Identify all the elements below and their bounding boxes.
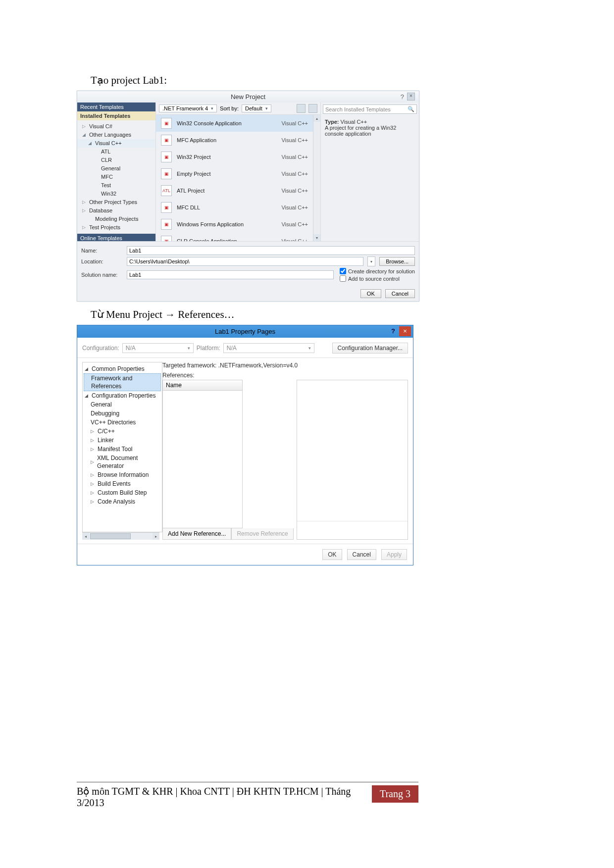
template-item[interactable]: ▣MFC DLLVisual C++ <box>156 199 313 216</box>
remove-reference-button[interactable]: Remove Reference <box>231 528 293 540</box>
tree-win32[interactable]: Win32 <box>101 190 116 198</box>
template-item[interactable]: ▣Empty ProjectVisual C++ <box>156 165 313 182</box>
tree-browse-information[interactable]: Browse Information <box>98 471 149 479</box>
tree-general[interactable]: General <box>91 401 112 408</box>
location-dropdown-icon[interactable]: ▾ <box>367 256 375 266</box>
chevron-down-icon: ▾ <box>308 346 311 351</box>
template-toolbar: .NET Framework 4 ▾ Sort by: Default ▾ <box>156 102 320 115</box>
name-column-header[interactable]: Name <box>163 380 242 391</box>
template-lang: Visual C++ <box>281 171 308 177</box>
scroll-right-icon[interactable]: ▸ <box>153 533 159 540</box>
property-tree: ◢Common Properties Framework and Referen… <box>82 362 162 532</box>
help-icon[interactable]: ? <box>401 93 404 101</box>
add-new-reference-button[interactable]: Add New Reference... <box>162 528 231 540</box>
tree-configuration-properties[interactable]: Configuration Properties <box>92 392 155 400</box>
project-icon: ▣ <box>161 202 172 213</box>
type-label: Type: <box>325 119 339 125</box>
project-icon: ▣ <box>161 168 172 179</box>
sortby-dropdown[interactable]: Default ▾ <box>242 104 271 112</box>
tree-linker[interactable]: Linker <box>98 436 114 444</box>
scroll-thumb[interactable] <box>90 533 131 539</box>
tree-clr[interactable]: CLR <box>101 156 112 164</box>
configuration-label: Configuration: <box>82 345 119 352</box>
framework-dropdown[interactable]: .NET Framework 4 ▾ <box>159 104 217 112</box>
view-large-icon[interactable] <box>297 104 306 113</box>
tree-build-events[interactable]: Build Events <box>98 480 131 488</box>
dialog-title-text: Lab1 Property Pages <box>215 328 275 335</box>
ok-button[interactable]: OK <box>322 549 342 560</box>
tree-code-analysis[interactable]: Code Analysis <box>98 498 135 506</box>
help-icon[interactable]: ? <box>391 327 395 335</box>
tree-test-projects[interactable]: Test Projects <box>89 224 120 231</box>
template-description: Type: Visual C++ A project for creating … <box>321 116 419 140</box>
search-icon: 🔍 <box>408 106 414 112</box>
tree-mfc[interactable]: MFC <box>101 173 113 181</box>
configuration-dropdown[interactable]: N/A▾ <box>122 343 194 353</box>
description-body: A project for creating a Win32 console a… <box>325 125 396 137</box>
close-icon[interactable]: × <box>399 326 411 336</box>
search-placeholder: Search Installed Templates <box>325 106 391 112</box>
solution-name-input[interactable] <box>127 270 334 279</box>
template-item[interactable]: ▣MFC ApplicationVisual C++ <box>156 132 313 149</box>
template-item[interactable]: ▣CLR Console ApplicationVisual C++ <box>156 233 313 241</box>
heading-references: Từ Menu Project → References… <box>91 308 540 321</box>
tree-debugging[interactable]: Debugging <box>91 409 119 417</box>
page-number-badge: Trang 3 <box>372 785 418 803</box>
tree-modeling-projects[interactable]: Modeling Projects <box>95 215 138 223</box>
tree-common-properties[interactable]: Common Properties <box>92 365 145 373</box>
tree-atl[interactable]: ATL <box>101 148 110 155</box>
configuration-manager-button[interactable]: Configuration Manager... <box>332 343 408 354</box>
tree-other-project-types[interactable]: Other Project Types <box>89 199 137 206</box>
dialog-title: Lab1 Property Pages ? × <box>77 325 413 338</box>
template-item[interactable]: ▣Win32 Console ApplicationVisual C++ <box>156 115 313 132</box>
add-source-control-checkbox[interactable] <box>340 275 346 282</box>
page-footer: Bộ môn TGMT & KHR | Khoa CNTT | ĐH KHTN … <box>77 782 418 809</box>
ok-button[interactable]: OK <box>360 289 381 298</box>
create-directory-checkbox[interactable] <box>340 268 346 274</box>
tree-custom-build-step[interactable]: Custom Build Step <box>98 489 147 497</box>
property-pages-dialog: Lab1 Property Pages ? × Configuration: N… <box>77 325 413 565</box>
platform-dropdown[interactable]: N/A▾ <box>223 343 314 353</box>
search-input[interactable]: Search Installed Templates 🔍 <box>323 104 417 114</box>
references-list[interactable]: Name <box>162 380 243 528</box>
tree-xml-doc-generator[interactable]: XML Document Generator <box>97 454 160 470</box>
tree-database[interactable]: Database <box>89 207 112 214</box>
recent-templates-header[interactable]: Recent Templates <box>77 102 155 111</box>
cancel-button[interactable]: Cancel <box>385 289 415 298</box>
apply-button[interactable]: Apply <box>381 549 407 560</box>
footer-text: Bộ môn TGMT & KHR | Khoa CNTT | ĐH KHTN … <box>77 785 364 809</box>
tree-general[interactable]: General <box>101 165 120 172</box>
tree-visual-cpp[interactable]: Visual C++ <box>95 140 122 147</box>
close-icon[interactable]: × <box>407 93 415 101</box>
heading-create-project: Tạo project Lab1: <box>91 74 540 87</box>
template-name: ATL Project <box>177 188 205 194</box>
configuration-value: N/A <box>126 345 136 352</box>
tree-visual-csharp[interactable]: Visual C# <box>89 123 112 130</box>
tree-scrollbar-h[interactable]: ◂ ▸ <box>82 532 159 540</box>
scroll-down-icon[interactable]: ▾ <box>313 234 320 241</box>
tree-test[interactable]: Test <box>101 182 111 189</box>
scroll-up-icon[interactable]: ▴ <box>313 115 320 122</box>
reference-summary-box <box>297 521 408 539</box>
browse-button[interactable]: Browse... <box>379 257 415 266</box>
tree-other-languages[interactable]: Other Languages <box>89 131 131 139</box>
sortby-value: Default <box>245 105 262 111</box>
template-lang: Visual C++ <box>281 204 308 210</box>
template-name: MFC DLL <box>177 204 200 210</box>
view-small-icon[interactable] <box>308 104 317 113</box>
tree-c-cpp[interactable]: C/C++ <box>98 427 115 435</box>
name-input[interactable] <box>127 246 415 255</box>
template-item[interactable]: ▣Win32 ProjectVisual C++ <box>156 149 313 165</box>
tree-manifest-tool[interactable]: Manifest Tool <box>98 445 132 453</box>
location-input[interactable] <box>127 257 363 266</box>
tree-vcpp-directories[interactable]: VC++ Directories <box>91 418 136 426</box>
template-item[interactable]: ATLATL ProjectVisual C++ <box>156 182 313 199</box>
project-icon: ▣ <box>161 219 172 230</box>
cancel-button[interactable]: Cancel <box>347 549 376 560</box>
scroll-left-icon[interactable]: ◂ <box>82 533 89 540</box>
tree-framework-and-references[interactable]: Framework and References <box>91 374 159 390</box>
template-scrollbar[interactable]: ▴ ▾ <box>313 115 320 241</box>
platform-label: Platform: <box>197 345 220 352</box>
template-item[interactable]: ▣Windows Forms ApplicationVisual C++ <box>156 216 313 233</box>
installed-templates-header[interactable]: Installed Templates <box>77 111 155 120</box>
